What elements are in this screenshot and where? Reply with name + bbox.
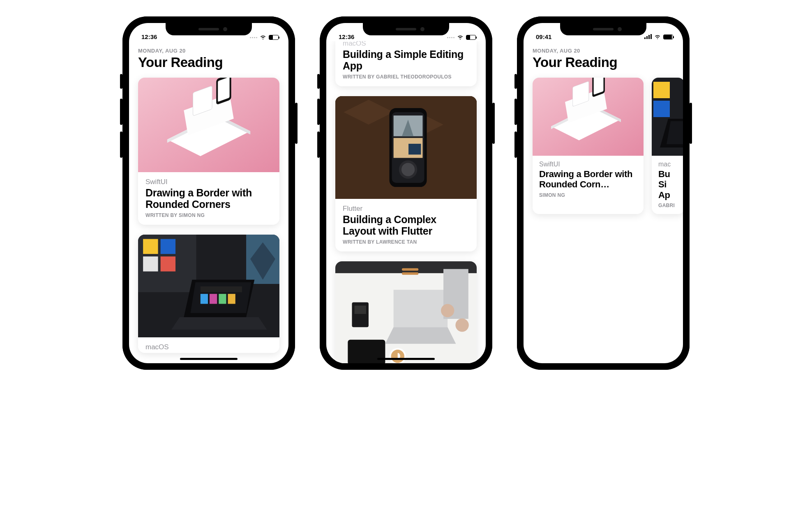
svg-rect-7 [218,78,229,102]
notch [166,23,252,35]
page-title: Your Reading [533,55,674,70]
article-card[interactable]: macOS Building a Simple Editing App WRIT… [335,41,477,86]
card-image [335,96,477,199]
card-image [533,78,644,156]
content-scroll[interactable]: MONDAY, AUG 20 Your Reading [129,41,288,363]
home-indicator[interactable] [180,358,238,360]
svg-rect-18 [201,286,242,292]
svg-rect-40 [394,290,448,327]
card-category: SwiftUI [145,178,272,186]
svg-rect-32 [408,144,421,154]
card-title: Building a Complex Layout with Flutter [343,214,469,237]
card-author: WRITTEN BY LAWRENCE TAN [343,239,469,245]
device-frame-1: 12:36 MONDAY, AUG 20 Your Reading [122,16,295,370]
svg-rect-12 [143,256,158,271]
svg-rect-19 [201,294,208,304]
status-time: 12:36 [339,33,354,40]
page-title: Your Reading [138,55,279,70]
battery-icon [466,35,476,40]
svg-rect-52 [648,35,650,39]
svg-rect-21 [219,294,226,304]
screen-2: 12:36 macOS Building a Simple Editing Ap… [326,23,486,363]
svg-marker-41 [385,327,456,343]
card-title: Drawing a Border with Rounded Corners [145,187,272,210]
card-image [138,235,279,337]
svg-rect-13 [161,256,175,271]
status-time: 09:41 [536,33,551,40]
battery-icon [663,35,673,39]
card-image [335,261,477,363]
svg-rect-48 [402,272,418,275]
card-title: Drawing a Border with Rounded Corn… [539,169,637,190]
svg-rect-53 [651,34,652,39]
article-carousel[interactable]: SwiftUI Drawing a Border with Rounded Co… [533,78,674,214]
svg-rect-47 [402,268,418,271]
screen-1: 12:36 MONDAY, AUG 20 Your Reading [129,23,288,363]
svg-rect-50 [644,37,646,39]
battery-icon [269,35,279,40]
svg-rect-64 [653,101,670,117]
card-category: SwiftUI [539,161,637,168]
wifi-icon [260,35,266,40]
card-image [138,78,279,172]
cellular-signal-icon [644,33,652,40]
card-author: WRITTEN BY SIMON NG [145,212,272,218]
svg-point-34 [401,163,415,176]
svg-rect-38 [355,306,366,314]
svg-rect-63 [653,82,670,98]
card-category: mac [658,161,683,168]
card-author: GABRI [658,203,683,208]
notch [560,23,646,35]
status-time: 12:36 [141,33,157,40]
content-scroll[interactable]: macOS Building a Simple Editing App WRIT… [326,41,486,363]
article-card[interactable] [335,261,477,363]
carousel-card[interactable]: SwiftUI Drawing a Border with Rounded Co… [533,78,644,214]
svg-rect-20 [210,294,217,304]
article-card[interactable]: macOS [138,235,279,353]
card-image [652,78,683,156]
svg-point-46 [455,318,468,332]
card-author: WRITTEN BY GABRIEL THEODOROPOULOS [343,74,469,80]
device-frame-3: 09:41 MONDAY, AUG 20 Your Reading [517,16,690,370]
date-label: MONDAY, AUG 20 [533,48,674,54]
card-title: Bu Si Ap [658,169,683,200]
svg-rect-22 [228,294,235,304]
card-author: SIMON NG [539,192,637,198]
cellular-dots-icon [250,37,257,38]
screen-3: 09:41 MONDAY, AUG 20 Your Reading [524,23,683,363]
svg-rect-11 [161,239,175,254]
device-frame-2: 12:36 macOS Building a Simple Editing Ap… [320,16,492,370]
card-category: macOS [343,41,469,48]
card-title: Building a Simple Editing App [343,48,469,71]
card-category: macOS [145,343,272,351]
carousel-card[interactable]: mac Bu Si Ap GABRI [652,78,683,214]
cellular-dots-icon [447,37,454,38]
wifi-icon [654,34,661,40]
content-scroll[interactable]: MONDAY, AUG 20 Your Reading [524,41,683,363]
article-card[interactable]: Flutter Building a Complex Layout with F… [335,96,477,251]
svg-rect-10 [143,239,158,254]
notch [363,23,449,35]
card-category: Flutter [343,205,469,213]
home-indicator[interactable] [377,358,435,360]
svg-point-45 [441,304,454,317]
article-card[interactable]: SwiftUI Drawing a Border with Rounded Co… [138,78,279,225]
wifi-icon [457,35,464,40]
svg-marker-23 [171,317,267,330]
svg-rect-51 [646,36,648,39]
date-label: MONDAY, AUG 20 [138,48,279,54]
